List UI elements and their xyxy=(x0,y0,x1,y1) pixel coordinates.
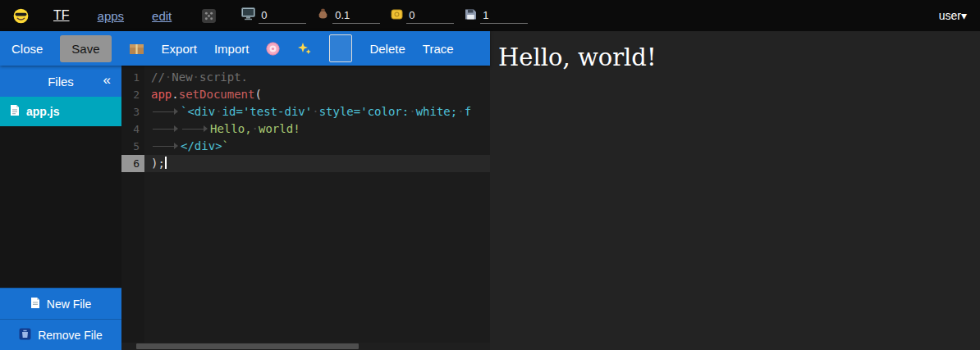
blank-button[interactable] xyxy=(329,34,352,62)
space-marker: · xyxy=(215,105,222,118)
new-file-icon xyxy=(30,297,40,311)
tab-marker xyxy=(151,142,181,150)
code-line-4[interactable]: Hello,·world! xyxy=(144,120,490,138)
code-token: </div> xyxy=(181,139,222,152)
tab-marker xyxy=(151,125,181,133)
caret-down-icon: ▾ xyxy=(961,9,967,22)
space-marker: · xyxy=(409,105,415,118)
code-token: world! xyxy=(259,122,300,135)
editor-code[interactable]: //·New·script.app.setDocument(`<div·id='… xyxy=(144,66,490,350)
workspace: Files « app.js xyxy=(0,66,490,350)
code-token: white; xyxy=(416,105,458,118)
code-token: ` xyxy=(222,139,229,152)
editor-toolbar: Close Save Export Import xyxy=(0,31,490,66)
save-button[interactable]: Save xyxy=(60,35,111,62)
smiley-sunglasses-icon[interactable] xyxy=(13,8,29,24)
collapse-files-button[interactable]: « xyxy=(103,72,111,89)
dice-icon[interactable] xyxy=(201,8,217,24)
stat-pouch-value: 0.1 xyxy=(332,8,380,24)
pouch-icon xyxy=(317,8,329,24)
file-name: app.js xyxy=(26,105,59,118)
package-icon[interactable] xyxy=(129,42,144,55)
code-token: setDocument xyxy=(179,88,255,101)
stat-pouch: 0.1 xyxy=(317,7,380,24)
code-line-6[interactable]: ); xyxy=(144,155,490,172)
delete-button[interactable]: Delete xyxy=(369,42,405,56)
swirl-icon[interactable] xyxy=(266,42,280,56)
files-body xyxy=(0,126,121,288)
tab-marker xyxy=(181,125,210,133)
code-token: 'test-div' xyxy=(243,105,312,118)
stat-floppy-value: 1 xyxy=(480,8,528,24)
floppy-icon xyxy=(465,8,477,24)
code-token: . xyxy=(172,88,178,101)
sparkles-icon[interactable] xyxy=(297,42,312,56)
nav-link-apps[interactable]: apps xyxy=(98,9,125,23)
gutter-line-2: 2 xyxy=(121,86,144,103)
remove-file-button[interactable]: Remove File xyxy=(0,319,121,350)
code-token: New xyxy=(172,70,192,84)
code-line-5[interactable]: </div>` xyxy=(144,138,490,155)
resource-stats: 0 0.1 0 xyxy=(241,7,528,24)
close-button[interactable]: Close xyxy=(11,42,43,56)
code-editor[interactable]: 123456 //·New·script.app.setDocument(`<d… xyxy=(121,66,490,350)
coin-icon xyxy=(391,8,403,24)
files-panel: Files « app.js xyxy=(0,66,121,350)
file-icon xyxy=(10,104,20,119)
text-cursor xyxy=(165,157,167,169)
space-marker: · xyxy=(457,105,464,118)
stat-monitor: 0 xyxy=(241,7,306,24)
file-item-appjs[interactable]: app.js xyxy=(0,97,121,126)
scrollbar-thumb[interactable] xyxy=(136,343,359,349)
horizontal-scrollbar[interactable] xyxy=(121,343,490,350)
code-token: id= xyxy=(222,105,243,118)
editor-pane: Close Save Export Import xyxy=(0,31,490,350)
space-marker: · xyxy=(312,105,318,118)
gutter-line-6: 6 xyxy=(121,155,144,172)
code-line-2[interactable]: app.setDocument( xyxy=(144,86,490,103)
stat-floppy: 1 xyxy=(465,7,528,24)
import-button[interactable]: Import xyxy=(214,42,250,56)
stat-coin: 0 xyxy=(391,7,454,24)
output-text: Hello, world! xyxy=(498,43,980,71)
user-menu-label: user xyxy=(939,9,961,22)
output-panel: Hello, world! xyxy=(490,31,980,350)
tab-marker xyxy=(151,107,181,116)
code-token: f xyxy=(465,105,471,118)
trace-button[interactable]: Trace xyxy=(423,42,454,56)
user-menu[interactable]: user▾ xyxy=(939,9,967,22)
code-token: app xyxy=(151,88,172,101)
code-token: script. xyxy=(199,70,248,84)
files-header-label: Files xyxy=(48,75,74,89)
space-marker: · xyxy=(193,70,199,84)
code-token: 'color: xyxy=(360,105,409,118)
code-token: Hello, xyxy=(210,122,252,135)
code-token: ); xyxy=(151,157,165,170)
brand-link[interactable]: TF xyxy=(53,8,70,23)
code-token: style= xyxy=(319,105,361,118)
topbar: TF apps edit 0 xyxy=(0,0,980,31)
stat-coin-value: 0 xyxy=(406,8,454,24)
remove-file-label: Remove File xyxy=(38,329,103,342)
remove-file-icon xyxy=(19,328,31,343)
new-file-label: New File xyxy=(47,298,91,311)
stat-monitor-value: 0 xyxy=(259,8,306,24)
export-button[interactable]: Export xyxy=(162,42,197,56)
gutter-line-4: 4 xyxy=(121,120,144,138)
space-marker: · xyxy=(252,122,259,135)
files-header: Files « xyxy=(0,66,121,97)
gutter-line-1: 1 xyxy=(121,69,144,86)
gutter-line-3: 3 xyxy=(121,103,144,120)
nav-link-edit[interactable]: edit xyxy=(152,9,172,23)
code-line-1[interactable]: //·New·script. xyxy=(144,69,490,86)
gutter-line-5: 5 xyxy=(121,138,144,155)
main-area: Close Save Export Import xyxy=(0,31,980,350)
code-line-3[interactable]: `<div·id='test-div'·style='color:·white;… xyxy=(144,103,490,120)
monitor-icon xyxy=(241,7,255,24)
code-token: ( xyxy=(254,88,261,101)
code-token: `<div xyxy=(181,105,215,118)
new-file-button[interactable]: New File xyxy=(0,288,121,319)
code-token: // xyxy=(151,70,165,84)
editor-gutter: 123456 xyxy=(121,66,144,350)
